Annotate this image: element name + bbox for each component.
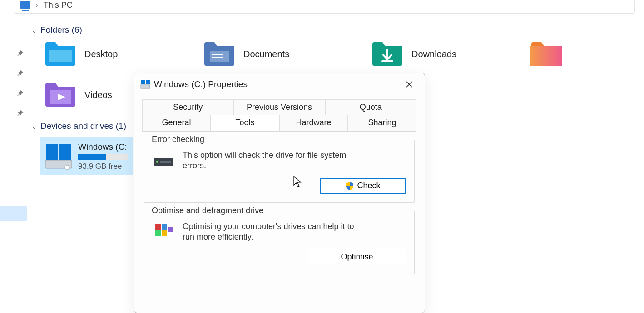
folder-documents[interactable]: Documents — [203, 41, 322, 67]
svg-rect-3 — [212, 57, 223, 58]
folders-grid: Desktop Documents Downloads — [45, 41, 644, 67]
pin-icon — [15, 69, 25, 78]
group-title: Optimise and defragment drive — [149, 206, 266, 215]
dialog-title: Windows (C:) Properties — [154, 79, 248, 89]
quick-access-pins — [15, 49, 25, 118]
tab-tools[interactable]: Tools — [211, 115, 279, 131]
check-button[interactable]: Check — [320, 178, 406, 194]
tab-sharing[interactable]: Sharing — [348, 115, 416, 131]
close-icon — [406, 81, 412, 88]
optimise-description: Optimising your computer's drives can he… — [183, 221, 364, 243]
hdd-icon — [153, 150, 174, 169]
folders-section-header[interactable]: ⌄ Folders (6) — [32, 25, 644, 35]
drives-header-label: Devices and drives (1) — [40, 121, 126, 131]
error-checking-description: This option will check the drive for fil… — [183, 150, 364, 171]
chevron-down-icon: ⌄ — [32, 123, 37, 130]
dialog-titlebar[interactable]: Windows (C:) Properties — [134, 73, 425, 96]
tab-hardware[interactable]: Hardware — [279, 115, 348, 131]
svg-rect-15 — [141, 85, 150, 88]
folders-header-label: Folders (6) — [40, 25, 82, 35]
folder-label: Downloads — [411, 49, 456, 59]
folder-music[interactable] — [530, 41, 562, 67]
svg-rect-19 — [155, 224, 161, 230]
folder-downloads[interactable]: Downloads — [372, 41, 481, 67]
desktop-folder-icon — [45, 41, 76, 67]
defrag-icon — [153, 221, 174, 240]
svg-rect-23 — [168, 227, 173, 232]
documents-folder-icon — [203, 41, 235, 67]
svg-rect-0 — [49, 50, 72, 62]
drive-windows-c[interactable]: Windows (C: 93.9 GB free — [40, 137, 133, 175]
svg-rect-18 — [160, 161, 171, 163]
optimise-button[interactable]: Optimise — [308, 249, 406, 265]
tab-quota[interactable]: Quota — [325, 99, 416, 115]
address-bar[interactable]: › This PC — [14, 0, 635, 14]
error-checking-group: Error checking This option will check th… — [144, 140, 415, 203]
group-title: Error checking — [149, 135, 207, 144]
videos-folder-icon — [45, 82, 76, 108]
tab-security[interactable]: Security — [142, 99, 233, 115]
svg-rect-20 — [162, 224, 167, 230]
svg-rect-4 — [530, 46, 562, 66]
breadcrumb-location[interactable]: This PC — [44, 0, 73, 10]
music-folder-icon — [530, 41, 562, 67]
disk-icon — [140, 80, 150, 89]
folder-desktop[interactable]: Desktop — [45, 41, 154, 67]
svg-rect-14 — [146, 80, 150, 84]
svg-rect-13 — [141, 80, 145, 84]
pin-icon — [15, 49, 25, 58]
nav-selection-indicator — [0, 206, 27, 221]
folder-label: Videos — [84, 90, 112, 100]
drive-usage-bar — [78, 154, 128, 160]
svg-rect-7 — [59, 144, 71, 156]
drive-free-text: 93.9 GB free — [78, 162, 128, 171]
dialog-tabs: Security Previous Versions Quota General… — [142, 99, 416, 132]
svg-rect-2 — [212, 54, 223, 55]
disk-drive-icon — [45, 142, 73, 170]
downloads-folder-icon — [372, 41, 403, 67]
properties-dialog: Windows (C:) Properties Security Previou… — [134, 73, 425, 313]
optimise-button-label: Optimise — [341, 252, 373, 262]
svg-rect-22 — [162, 230, 167, 236]
folder-label: Documents — [243, 49, 289, 59]
pin-icon — [15, 109, 25, 118]
tab-general[interactable]: General — [142, 115, 211, 131]
uac-shield-icon — [345, 181, 354, 191]
folder-label: Desktop — [84, 49, 118, 59]
svg-rect-6 — [46, 144, 58, 156]
drive-texts: Windows (C: 93.9 GB free — [78, 142, 128, 171]
svg-point-17 — [156, 161, 158, 163]
check-button-label: Check — [357, 181, 380, 191]
tab-previous-versions[interactable]: Previous Versions — [233, 99, 325, 115]
svg-rect-21 — [155, 230, 161, 236]
svg-point-12 — [65, 165, 69, 170]
optimise-group: Optimise and defragment drive Optimising… — [144, 211, 415, 274]
pin-icon — [15, 89, 25, 98]
chevron-right-icon: › — [36, 1, 38, 9]
drive-name: Windows (C: — [78, 142, 128, 152]
chevron-down-icon: ⌄ — [32, 27, 37, 34]
this-pc-icon — [20, 1, 30, 9]
close-button[interactable] — [400, 77, 418, 92]
